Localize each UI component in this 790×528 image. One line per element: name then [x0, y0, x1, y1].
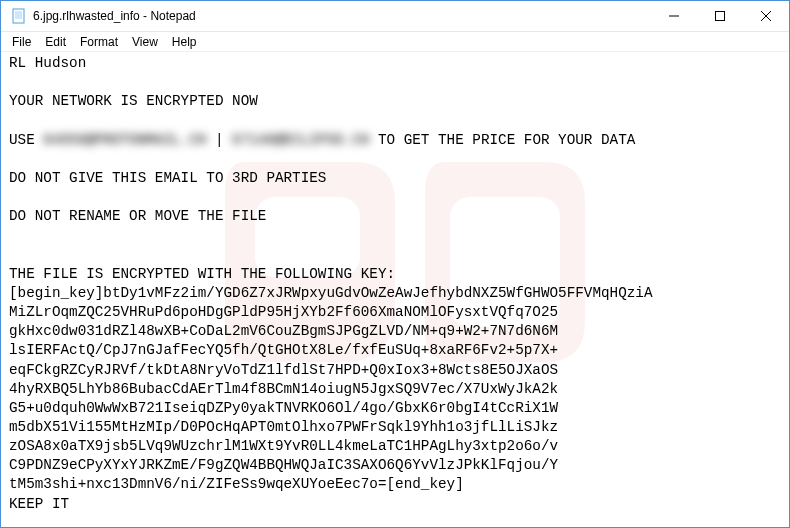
notepad-icon: [11, 8, 27, 24]
titlebar: 6.jpg.rlhwasted_info - Notepad: [1, 1, 789, 32]
text-line: DO NOT RENAME OR MOVE THE FILE: [9, 208, 266, 224]
key-line: G5+u0dquh0WwWxB721IseiqDZPy0yakTNVRKO6Ol…: [9, 400, 558, 416]
key-line: 4hyRXBQ5LhYb86BubacCdAErTlm4f8BCmN14oiug…: [9, 381, 558, 397]
menu-file[interactable]: File: [5, 34, 38, 50]
text-line: THE FILE IS ENCRYPTED WITH THE FOLLOWING…: [9, 266, 395, 282]
maximize-button[interactable]: [697, 1, 743, 31]
menu-edit[interactable]: Edit: [38, 34, 73, 50]
menu-help[interactable]: Help: [165, 34, 204, 50]
key-line: m5dbX51Vi155MtHzMIp/D0POcHqAPT0mtOlhxo7P…: [9, 419, 558, 435]
redacted-email-1: 04950@PROTONMAIL.CH: [43, 132, 206, 148]
menu-view[interactable]: View: [125, 34, 165, 50]
key-line: tM5m3shi+nxc13DmnV6/ni/ZIFeSs9wqeXUYoeEe…: [9, 476, 464, 492]
menubar: File Edit Format View Help: [1, 32, 789, 52]
redacted-email-2: 67140@ECLIPSO.CH: [232, 132, 369, 148]
text-line: DO NOT GIVE THIS EMAIL TO 3RD PARTIES: [9, 170, 326, 186]
text-line: YOUR NETWORK IS ENCRYPTED NOW: [9, 93, 258, 109]
key-line: eqFCkgRZCyRJRVf/tkDtA8NryVoTdZ1lfdlSt7HP…: [9, 362, 558, 378]
key-line: [begin_key]btDy1vMFz2im/YGD6Z7xJRWpxyuGd…: [9, 285, 652, 301]
key-line: gkHxc0dw031dRZl48wXB+CoDaL2mV6CouZBgmSJP…: [9, 323, 558, 339]
text-area[interactable]: RL Hudson YOUR NETWORK IS ENCRYPTED NOW …: [1, 52, 789, 516]
menu-format[interactable]: Format: [73, 34, 125, 50]
close-button[interactable]: [743, 1, 789, 31]
key-line: zOSA8x0aTX9jsb5LVq9WUzchrlM1WXt9YvR0LL4k…: [9, 438, 558, 454]
svg-rect-6: [716, 12, 725, 21]
text-line: RL Hudson: [9, 55, 86, 71]
key-line: MiZLrOqmZQC25VHRuPd6poHDgGPldP95HjXYb2Ff…: [9, 304, 558, 320]
key-line: lsIERFActQ/CpJ7nGJafFecYQ5fh/QtGHOtX8Le/…: [9, 342, 558, 358]
text-sep: |: [206, 132, 232, 148]
text-line-prefix: USE: [9, 132, 43, 148]
minimize-button[interactable]: [651, 1, 697, 31]
window-title: 6.jpg.rlhwasted_info - Notepad: [33, 9, 651, 23]
key-line: C9PDNZ9eCPyXYxYJRKZmE/F9gZQW4BBQHWQJaIC3…: [9, 457, 558, 473]
text-line-suffix: TO GET THE PRICE FOR YOUR DATA: [369, 132, 635, 148]
text-line: KEEP IT: [9, 496, 69, 512]
window-controls: [651, 1, 789, 31]
